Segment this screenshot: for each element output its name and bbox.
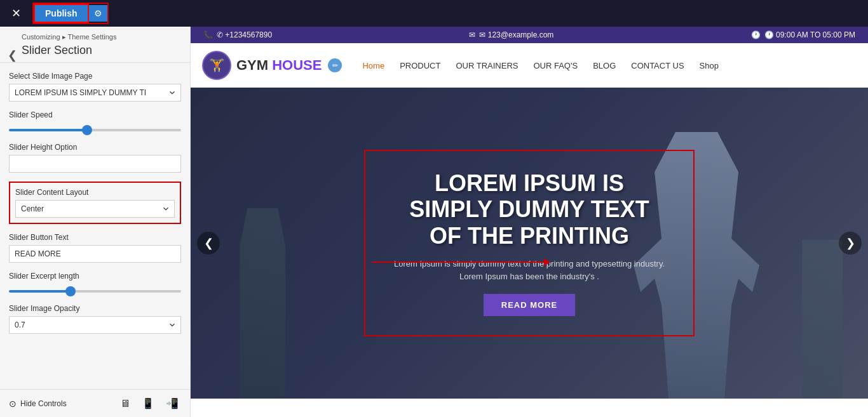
sidebar-content: Select Slide Image Page LOREM IPSUM IS S… [0, 63, 190, 389]
slider-speed-input[interactable] [9, 129, 181, 131]
red-arrow-indicator [372, 261, 550, 263]
slider-speed-group: Slider Speed [9, 110, 181, 134]
publish-button[interactable]: Publish [34, 4, 89, 23]
sidebar-section-title: Slider Section [22, 44, 181, 57]
hero-prev-arrow[interactable]: ❮ [197, 232, 220, 255]
email-text: ✉ 123@example.com [479, 30, 553, 39]
slider-image-opacity-label: Slider Image Opacity [9, 304, 181, 313]
breadcrumb-text: Customizing ▸ Theme Settings [22, 33, 116, 41]
logo-edit-pencil[interactable]: ✏ [328, 58, 342, 72]
sidebar-header: ❮ Customizing ▸ Theme Settings Slider Se… [0, 27, 190, 63]
hero-read-more-button[interactable]: READ MORE [484, 294, 575, 316]
website-top-bar: 📞 ✆ +1234567890 ✉ ✉ 123@example.com 🕐 🕐 … [191, 27, 868, 43]
slide-image-group: Select Slide Image Page LOREM IPSUM IS S… [9, 72, 181, 102]
sidebar: ❮ Customizing ▸ Theme Settings Slider Se… [0, 27, 191, 417]
slider-image-opacity-select[interactable]: 0.10.20.30.4 0.50.60.7 0.80.91.0 [9, 316, 181, 334]
slider-excerpt-input[interactable] [9, 290, 181, 293]
slider-image-opacity-group: Slider Image Opacity 0.10.20.30.4 0.50.6… [9, 304, 181, 334]
nav-link-home[interactable]: Home [355, 56, 392, 76]
red-arrow-line [372, 261, 550, 263]
top-bar-phone: 📞 ✆ +1234567890 [203, 30, 272, 39]
slider-content-layout-select[interactable]: Left Center Right [15, 200, 175, 218]
breadcrumb: Customizing ▸ Theme Settings [22, 33, 181, 41]
settings-icon-button[interactable]: ⚙ [89, 5, 107, 22]
main-layout: ❮ Customizing ▸ Theme Settings Slider Se… [0, 27, 868, 417]
svg-text:🏋: 🏋 [209, 58, 225, 73]
hero-title: LOREM IPSUM IS SIMPLY DUMMY TEXT OF THE … [391, 170, 668, 249]
slider-content-layout-label: Slider Content Layout [15, 188, 175, 197]
top-toolbar: ✕ Publish ⚙ [0, 0, 868, 27]
nav-link-shop[interactable]: Shop [692, 56, 726, 76]
slider-height-group: Slider Height Option [9, 143, 181, 173]
logo-svg-icon: 🏋 [201, 50, 233, 81]
phone-icon: 📞 [203, 30, 213, 39]
slide-image-label: Select Slide Image Page [9, 72, 181, 81]
preview-area: 📞 ✆ +1234567890 ✉ ✉ 123@example.com 🕐 🕐 … [191, 27, 868, 417]
nav-link-our-trainers[interactable]: OUR TRAINERS [448, 56, 526, 76]
hours-text: 🕐 09:00 AM TO 05:00 PM [764, 30, 855, 39]
slider-excerpt-label: Slider Excerpt length [9, 272, 181, 281]
nav-logo: 🏋 GYM HOUSE ✏ [201, 50, 342, 81]
logo-text: GYM HOUSE [236, 57, 322, 74]
slider-speed-label: Slider Speed [9, 110, 181, 119]
hero-equipment-right [797, 240, 848, 399]
device-icons: 🖥 📱 📲 [118, 396, 181, 411]
slider-button-text-input[interactable] [9, 245, 181, 263]
slider-button-text-group: Slider Button Text [9, 233, 181, 263]
hide-controls-icon: ⊙ [9, 399, 17, 409]
slider-height-input[interactable] [9, 155, 181, 173]
top-bar-email: ✉ ✉ 123@example.com [469, 30, 553, 39]
slide-image-select[interactable]: LOREM IPSUM IS SIMPLY DUMMY TI [9, 84, 181, 102]
hero-next-arrow[interactable]: ❯ [839, 232, 862, 255]
phone-text: ✆ +1234567890 [217, 30, 272, 39]
hide-controls-label: Hide Controls [20, 399, 67, 408]
slider-excerpt-group: Slider Excerpt length [9, 272, 181, 295]
hero-content: LOREM IPSUM IS SIMPLY DUMMY TEXT OF THE … [364, 150, 695, 336]
nav-link-contact-us[interactable]: CONTACT US [623, 56, 691, 76]
clock-icon: 🕐 [751, 30, 761, 39]
slider-button-text-label: Slider Button Text [9, 233, 181, 242]
email-icon: ✉ [469, 30, 475, 39]
mobile-view-button[interactable]: 📲 [163, 396, 181, 411]
tablet-view-button[interactable]: 📱 [139, 396, 157, 411]
hero-section: ❮ LOREM IPSUM IS SIMPLY DUMMY TEXT OF TH… [191, 88, 868, 399]
nav-link-our-faqs[interactable]: OUR FAQ'S [526, 56, 585, 76]
nav-link-product[interactable]: PRODUCT [392, 56, 448, 76]
back-arrow-button[interactable]: ❮ [4, 46, 21, 65]
slider-height-label: Slider Height Option [9, 143, 181, 152]
hide-controls-button[interactable]: ⊙ Hide Controls [9, 399, 67, 409]
slider-content-layout-group: Slider Content Layout Left Center Right [9, 182, 181, 224]
nav-links: Home PRODUCT OUR TRAINERS OUR FAQ'S BLOG… [355, 56, 726, 76]
sidebar-footer: ⊙ Hide Controls 🖥 📱 📲 [0, 389, 190, 417]
website-nav: 🏋 GYM HOUSE ✏ Home PRODUCT OUR TRAINERS … [191, 43, 868, 88]
top-bar-hours: 🕐 🕐 09:00 AM TO 05:00 PM [751, 30, 855, 39]
desktop-view-button[interactable]: 🖥 [118, 396, 133, 411]
close-button[interactable]: ✕ [6, 4, 26, 23]
nav-link-blog[interactable]: BLOG [585, 56, 623, 76]
